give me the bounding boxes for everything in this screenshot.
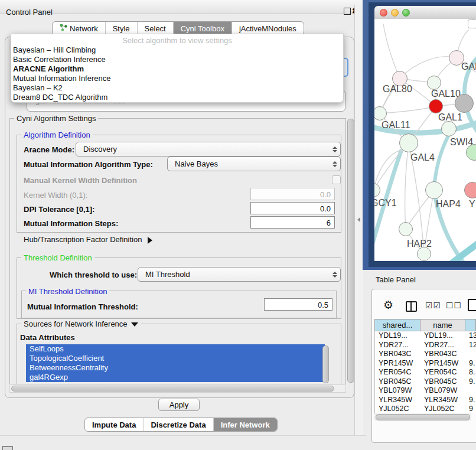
- minimize-traffic-light[interactable]: [391, 9, 399, 17]
- node-label: GAL80: [383, 84, 412, 94]
- sources-group-title[interactable]: Sources for Network Inference: [21, 319, 141, 328]
- tab-network[interactable]: Network: [53, 22, 106, 35]
- data-attribute-item[interactable]: SelfLoops: [26, 344, 325, 354]
- float-window-icon[interactable]: [344, 8, 351, 15]
- table-cell: YDR27...: [379, 341, 423, 350]
- network-window-titlebar[interactable]: [374, 6, 476, 19]
- table-header-partial[interactable]: [465, 319, 476, 331]
- gear-icon[interactable]: ⚙: [383, 298, 393, 312]
- tab-discretize-data[interactable]: Discretize Data: [144, 418, 213, 431]
- tab-style[interactable]: Style: [106, 22, 138, 35]
- which-threshold-combobox[interactable]: MI Threshold: [138, 267, 341, 282]
- table-panel-title: Table Panel: [376, 275, 416, 284]
- mi-threshold-field[interactable]: 0.5: [264, 298, 332, 311]
- network-node[interactable]: [417, 247, 431, 261]
- canvas-corner-widget[interactable]: [468, 19, 476, 28]
- node-label: GAL: [461, 61, 476, 72]
- table-row[interactable]: YDL19...YDL19...13: [375, 331, 476, 341]
- table-cell: YBR045C: [424, 377, 468, 386]
- table-cell: 13: [469, 331, 476, 340]
- deselect-all-checks-icon[interactable]: ☐☐: [446, 301, 462, 310]
- mi-steps-field[interactable]: 6: [250, 216, 335, 229]
- table-row[interactable]: YBR045CYBR045C9.: [375, 377, 476, 387]
- hub-definition-label: Hub/Transcription Factor Definition: [24, 235, 142, 244]
- manual-kernel-width-checkbox[interactable]: [332, 175, 341, 184]
- data-attributes-list: SelfLoopsTopologicalCoefficientBetweenne…: [26, 344, 331, 383]
- network-node-swi4[interactable]: [441, 121, 457, 136]
- divider-collapse-handle[interactable]: [357, 217, 360, 222]
- data-attribute-item[interactable]: gal4RGexp: [26, 373, 325, 382]
- algorithm-option[interactable]: Bayesian – Hill Climbing: [11, 45, 343, 55]
- table-cell: YBL079W: [379, 386, 423, 395]
- table-cell: YLR345W: [379, 396, 423, 405]
- data-attribute-item[interactable]: TopologicalCoefficient: [26, 354, 325, 363]
- mi-algorithm-type-combobox[interactable]: Naive Bayes: [167, 156, 341, 171]
- network-node[interactable]: [455, 94, 474, 113]
- bottom-tabbar: Impute DataDiscretize DataInfer Network: [84, 418, 278, 432]
- which-threshold-value: MI Threshold: [138, 270, 330, 279]
- table-row[interactable]: YBL079WYBL079W: [375, 386, 476, 396]
- algorithm-option[interactable]: Basic Correlation Inference: [11, 55, 343, 64]
- kernel-width-field[interactable]: 0.0: [250, 188, 335, 200]
- close-traffic-light[interactable]: [380, 9, 387, 17]
- algorithm-option-list: Bayesian – Hill ClimbingBasic Correlatio…: [11, 45, 343, 102]
- table-cell: YER054C: [379, 368, 423, 377]
- tab-impute-data[interactable]: Impute Data: [85, 418, 144, 431]
- tab-select[interactable]: Select: [138, 22, 174, 35]
- sources-title-text: Sources for Network Inference: [24, 319, 128, 328]
- algorithm-option[interactable]: Dream8 DC_TDC Algorithm: [11, 93, 343, 102]
- settings-hscroll-thumb[interactable]: [11, 386, 334, 392]
- document-icon[interactable]: [468, 299, 476, 311]
- table-row[interactable]: YBR043CYBR043C: [375, 350, 476, 359]
- tab-cyni-toolbox[interactable]: Cyni Toolbox: [174, 22, 232, 35]
- node-label: HAP4: [436, 199, 461, 210]
- expander-down-icon: [131, 322, 138, 327]
- hub-definition-expander[interactable]: Hub/Transcription Factor Definition: [24, 235, 152, 244]
- tab-infer-network[interactable]: Infer Network: [214, 418, 277, 431]
- network-node-hap4[interactable]: [425, 181, 443, 199]
- node-label: GCY1: [374, 198, 397, 208]
- mi-algorithm-type-label: Mutual Information Algorithm Type:: [24, 160, 153, 169]
- table-row[interactable]: YJL052CYJL052C9: [375, 405, 476, 413]
- table-hscroll-thumb[interactable]: [376, 414, 470, 420]
- table-header-shared-name[interactable]: shared...: [374, 319, 420, 331]
- table-row[interactable]: YER054CYER054C8.: [375, 368, 476, 377]
- apply-button[interactable]: Apply: [158, 399, 200, 411]
- tab-label: Style: [113, 24, 130, 33]
- network-node-gal1[interactable]: [429, 99, 443, 113]
- network-node-gal10[interactable]: [427, 76, 441, 90]
- algorithm-option[interactable]: Mutual Information Inference: [11, 74, 343, 83]
- data-attribute-item[interactable]: BetweennessCentrality: [26, 363, 325, 373]
- threshold-definition-title: Threshold Definition: [21, 253, 94, 262]
- network-node-y[interactable]: [464, 182, 476, 198]
- screen: { "window": { "title": "Control Panel" }…: [0, 0, 476, 450]
- settings-vscroll-thumb[interactable]: [347, 119, 354, 383]
- table-cell: YPR145W: [424, 359, 468, 368]
- table-cell: 9: [469, 405, 476, 413]
- table-header-name[interactable]: name: [420, 319, 465, 331]
- algorithm-option[interactable]: ARACNE Algorithm: [11, 64, 343, 74]
- network-node-hap2[interactable]: [399, 222, 413, 236]
- attribute-list-scrollbar[interactable]: [322, 345, 329, 383]
- network-node-gal4[interactable]: [399, 133, 418, 152]
- table-row[interactable]: YDR27...YDR27...12: [375, 341, 476, 350]
- table-row[interactable]: YLR345WYLR345W9.: [375, 396, 476, 405]
- table-cell: YDL19...: [424, 331, 468, 340]
- table-cell: 12: [469, 341, 476, 350]
- zoom-traffic-light[interactable]: [402, 9, 410, 17]
- stepper-down-icon: [332, 150, 337, 152]
- minimized-window-icon[interactable]: [2, 446, 13, 450]
- dpi-tolerance-field[interactable]: 0.0: [250, 202, 335, 214]
- aracne-mode-combobox[interactable]: Discovery: [76, 142, 341, 156]
- algorithm-dropdown-placeholder: Select algorithm to view settings: [11, 36, 343, 45]
- columns-icon[interactable]: [406, 301, 417, 312]
- stepper-down-icon: [332, 165, 337, 167]
- select-all-checks-icon[interactable]: ☑☑: [425, 301, 441, 310]
- algorithm-option[interactable]: Bayesian – K2: [11, 83, 343, 93]
- network-canvas[interactable]: GALGAL80GAL10GAL1GAL11SWI4GAL4GCY1HAP4YH…: [374, 19, 476, 261]
- table-cell: YDL19...: [379, 331, 423, 340]
- tab-jactivemnodules[interactable]: jActiveMNodules: [232, 22, 304, 35]
- table-row[interactable]: YPR145WYPR145W9.: [375, 359, 476, 369]
- table-cell: YBR043C: [424, 350, 468, 358]
- table-cell: 9.: [469, 377, 476, 386]
